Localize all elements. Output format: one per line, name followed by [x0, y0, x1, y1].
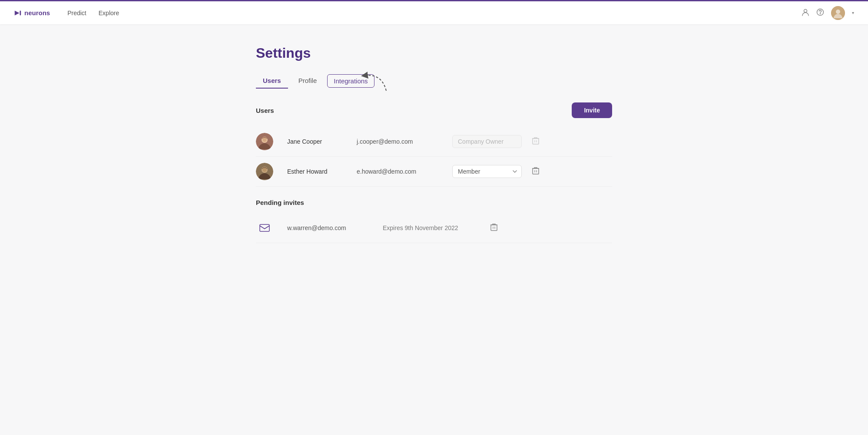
user-icon[interactable] [802, 8, 809, 18]
svg-point-15 [262, 168, 267, 172]
pending-email: w.warren@demo.com [287, 224, 383, 231]
svg-point-5 [836, 10, 840, 14]
invite-button[interactable]: Invite [572, 102, 612, 118]
pending-delete-button[interactable] [487, 221, 501, 234]
user-email-esther: e.howard@demo.com [357, 168, 452, 175]
brand-name: neurons [24, 9, 50, 16]
role-select-esther[interactable]: Member Admin Company Owner [452, 165, 522, 178]
help-icon[interactable] [816, 8, 824, 18]
logo[interactable]: neurons [14, 9, 50, 17]
topbar: neurons Predict Explore [0, 0, 868, 24]
users-section-title: Users [256, 107, 274, 114]
svg-point-2 [804, 9, 807, 12]
user-avatar-topbar[interactable] [831, 6, 845, 20]
pending-invites-title: Pending invites [256, 199, 612, 206]
pending-invites-section: Pending invites w.warren@demo.com Expire… [256, 199, 612, 243]
pending-mail-icon [256, 219, 273, 237]
page-content: Settings Users Profile Integrations User… [239, 45, 629, 243]
delete-button-esther[interactable] [529, 165, 543, 178]
user-avatar-esther [256, 163, 273, 180]
avatar-img [831, 6, 845, 20]
svg-rect-21 [491, 225, 497, 231]
delete-button-jane [529, 135, 543, 148]
esther-avatar-img [256, 163, 273, 180]
svg-rect-9 [533, 138, 539, 144]
main-page: Settings Users Profile Integrations User… [0, 24, 868, 243]
user-email-jane: j.cooper@demo.com [357, 138, 452, 145]
nav-explore[interactable]: Explore [99, 10, 119, 16]
pending-invite-row: w.warren@demo.com Expires 9th November 2… [256, 213, 612, 243]
logo-icon [14, 9, 22, 17]
tabs-container: Users Profile Integrations [256, 73, 612, 89]
user-row-esther: Esther Howard e.howard@demo.com Member A… [256, 157, 612, 187]
role-select-jane[interactable]: Company Owner Member Admin [452, 135, 522, 148]
user-name-jane: Jane Cooper [287, 138, 357, 145]
topbar-left: neurons Predict Explore [14, 9, 119, 17]
user-name-esther: Esther Howard [287, 168, 357, 175]
users-section-header: Users Invite [256, 102, 612, 118]
svg-rect-16 [533, 168, 539, 174]
tab-users[interactable]: Users [256, 73, 288, 89]
avatar-dropdown-chevron[interactable]: ▾ [852, 10, 854, 15]
tab-profile[interactable]: Profile [292, 73, 324, 89]
nav-predict[interactable]: Predict [67, 10, 86, 16]
user-avatar-jane [256, 133, 273, 150]
jane-avatar-img [256, 133, 273, 150]
svg-point-8 [262, 138, 267, 142]
pending-expiry: Expires 9th November 2022 [383, 224, 487, 231]
page-title: Settings [256, 45, 612, 61]
dashed-arrow [351, 69, 399, 95]
topbar-right: ▾ [802, 6, 854, 20]
svg-rect-20 [260, 224, 269, 231]
svg-marker-0 [15, 10, 20, 15]
user-row-jane: Jane Cooper j.cooper@demo.com Company Ow… [256, 127, 612, 157]
nav-links: Predict Explore [67, 10, 119, 16]
svg-rect-1 [20, 10, 21, 15]
